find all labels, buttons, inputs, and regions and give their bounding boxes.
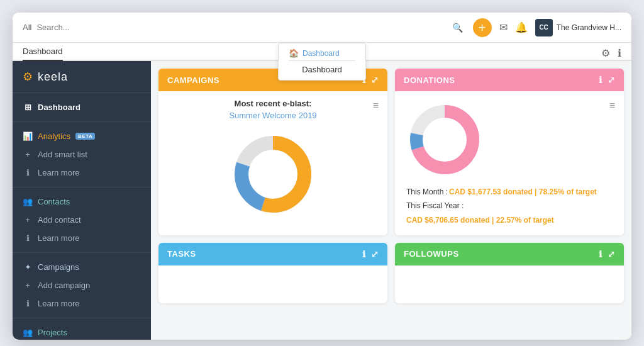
campaigns-link[interactable]: Summer Welcome 2019 bbox=[229, 111, 316, 120]
app-window: All 🔍 🏠 Dashboard Dashboard + ✉ 🔔 CC The… bbox=[13, 13, 631, 340]
user-avatar: CC bbox=[535, 19, 553, 36]
tasks-card-body bbox=[158, 265, 387, 303]
followups-expand-icon[interactable]: ⤢ bbox=[608, 249, 616, 259]
sidebar-section-campaigns: ✦ Campaigns + Add campaign ℹ Learn more bbox=[13, 253, 151, 318]
sidebar-logo: ⚙ keela bbox=[13, 61, 151, 93]
followups-card: FOLLOWUPS ℹ ⤢ bbox=[395, 243, 624, 303]
donations-title: DONATIONS bbox=[404, 75, 455, 85]
dropdown-dashboard-item[interactable]: 🏠 Dashboard bbox=[289, 48, 355, 58]
info-icon[interactable]: ℹ bbox=[618, 47, 621, 59]
sidebar-item-add-smart-list[interactable]: + Add smart list bbox=[13, 145, 151, 164]
sub-header-actions: ⚙ ℹ bbox=[601, 47, 621, 59]
dropdown-tab-label: Dashboard bbox=[302, 65, 342, 74]
sidebar-section-projects: 👥 Projects + Add project bbox=[13, 318, 151, 340]
main-layout: ⚙ keela ⊞ Dashboard 📊 Analytics BETA + bbox=[13, 61, 631, 340]
learn-more-analytics-label: Learn more bbox=[38, 168, 79, 177]
add-contact-label: Add contact bbox=[38, 215, 81, 225]
analytics-icon: 📊 bbox=[23, 131, 33, 141]
this-fiscal-label: This Fiscal Year : bbox=[406, 199, 464, 213]
sidebar-item-projects[interactable]: 👥 Projects bbox=[13, 323, 151, 340]
donations-expand-icon[interactable]: ⤢ bbox=[608, 75, 616, 85]
svg-point-7 bbox=[426, 121, 464, 159]
sidebar-item-learn-more-campaigns[interactable]: ℹ Learn more bbox=[13, 294, 151, 313]
sidebar-item-learn-more-analytics[interactable]: ℹ Learn more bbox=[13, 164, 151, 182]
search-dropdown: 🏠 Dashboard Dashboard bbox=[278, 43, 366, 81]
sidebar-section-dashboard: ⊞ Dashboard bbox=[13, 93, 151, 122]
header-actions: + ✉ 🔔 CC The Grandview H... bbox=[473, 18, 621, 37]
sidebar-item-add-campaign[interactable]: + Add campaign bbox=[13, 276, 151, 294]
sidebar-item-analytics[interactable]: 📊 Analytics BETA bbox=[13, 127, 151, 145]
learn-more-analytics-icon: ℹ bbox=[23, 168, 33, 177]
projects-label: Projects bbox=[38, 328, 67, 337]
learn-more-contacts-icon: ℹ bbox=[23, 233, 33, 243]
donations-header-icons: ℹ ⤢ bbox=[599, 75, 615, 85]
settings-icon[interactable]: ⚙ bbox=[601, 47, 610, 59]
donations-fiscal-row: This Fiscal Year : CAD $6,706.65 donated… bbox=[406, 199, 613, 228]
donations-card: DONATIONS ℹ ⤢ ≡ bbox=[395, 69, 624, 235]
sidebar-item-contacts[interactable]: 👥 Contacts bbox=[13, 193, 151, 211]
projects-icon: 👥 bbox=[23, 328, 33, 337]
tasks-expand-icon[interactable]: ⤢ bbox=[371, 249, 379, 259]
search-icon: 🔍 bbox=[452, 23, 463, 33]
add-campaign-icon: + bbox=[23, 281, 33, 290]
beta-badge: BETA bbox=[75, 133, 95, 140]
user-menu[interactable]: CC The Grandview H... bbox=[535, 19, 621, 36]
followups-card-header: FOLLOWUPS ℹ ⤢ bbox=[395, 243, 624, 265]
logo-text: keela bbox=[38, 70, 68, 84]
add-smart-list-icon: + bbox=[23, 150, 33, 159]
donations-card-body: ≡ This Mo bbox=[395, 91, 624, 235]
campaigns-expand-icon[interactable]: ⤢ bbox=[371, 75, 379, 85]
sidebar-item-learn-more-contacts[interactable]: ℹ Learn more bbox=[13, 229, 151, 247]
header: All 🔍 🏠 Dashboard Dashboard + ✉ 🔔 CC The… bbox=[13, 13, 631, 43]
this-month-label: This Month : bbox=[406, 186, 448, 199]
tasks-card-header: TASKS ℹ ⤢ bbox=[158, 243, 387, 265]
campaigns-title: CAMPAIGNS bbox=[167, 75, 219, 85]
search-input[interactable] bbox=[36, 23, 447, 32]
add-contact-icon: + bbox=[23, 215, 33, 225]
sidebar: ⚙ keela ⊞ Dashboard 📊 Analytics BETA + bbox=[13, 61, 151, 340]
bell-icon[interactable]: 🔔 bbox=[515, 21, 528, 33]
campaigns-subtitle: Most recent e-blast: bbox=[235, 99, 312, 108]
donations-donut-container bbox=[404, 99, 486, 181]
sidebar-item-dashboard[interactable]: ⊞ Dashboard bbox=[13, 98, 151, 116]
dashboard-dropdown-icon: 🏠 bbox=[289, 48, 299, 58]
add-campaign-label: Add campaign bbox=[38, 281, 90, 290]
search-all-label: All bbox=[23, 23, 31, 32]
followups-header-icons: ℹ ⤢ bbox=[599, 249, 615, 259]
contacts-icon: 👥 bbox=[23, 197, 33, 206]
add-button[interactable]: + bbox=[473, 18, 492, 37]
campaigns-label: Campaigns bbox=[38, 262, 79, 272]
this-fiscal-value: CAD $6,706.65 donated | 22.57% of target bbox=[406, 214, 554, 228]
sidebar-item-add-contact[interactable]: + Add contact bbox=[13, 211, 151, 229]
donations-donut-chart bbox=[404, 99, 486, 181]
tasks-title: TASKS bbox=[167, 249, 196, 259]
learn-more-campaigns-icon: ℹ bbox=[23, 299, 33, 308]
add-smart-list-label: Add smart list bbox=[38, 150, 87, 159]
campaigns-menu-icon[interactable]: ≡ bbox=[373, 100, 379, 111]
analytics-label: Analytics bbox=[38, 131, 70, 141]
logo-icon: ⚙ bbox=[23, 70, 33, 84]
dropdown-dashboard-label: Dashboard bbox=[303, 49, 340, 58]
contacts-label: Contacts bbox=[38, 197, 70, 206]
content-area: CAMPAIGNS ℹ ⤢ Most recent e-blast: Summe… bbox=[151, 61, 631, 340]
sidebar-item-campaigns[interactable]: ✦ Campaigns bbox=[13, 258, 151, 276]
search-bar: All 🔍 bbox=[23, 23, 463, 33]
donations-info-icon[interactable]: ℹ bbox=[599, 75, 602, 85]
campaigns-donut-chart bbox=[229, 130, 317, 218]
learn-more-contacts-label: Learn more bbox=[38, 233, 79, 243]
this-month-value: CAD $1,677.53 donated | 78.25% of target bbox=[449, 186, 597, 199]
tasks-card: TASKS ℹ ⤢ bbox=[158, 243, 387, 303]
donations-menu-icon[interactable]: ≡ bbox=[609, 100, 615, 111]
donations-card-header: DONATIONS ℹ ⤢ bbox=[395, 69, 624, 91]
followups-info-icon[interactable]: ℹ bbox=[599, 249, 602, 259]
dashboard-icon: ⊞ bbox=[23, 103, 33, 112]
tab-dashboard[interactable]: Dashboard bbox=[23, 47, 63, 61]
campaigns-card-body: Most recent e-blast: Summer Welcome 2019… bbox=[158, 91, 387, 230]
user-name: The Grandview H... bbox=[557, 23, 621, 32]
tasks-header-icons: ℹ ⤢ bbox=[362, 249, 379, 259]
tasks-info-icon[interactable]: ℹ bbox=[362, 249, 366, 259]
donations-this-month-row: This Month : CAD $1,677.53 donated | 78.… bbox=[406, 186, 613, 199]
mail-icon[interactable]: ✉ bbox=[499, 21, 508, 33]
campaigns-donut-container bbox=[229, 126, 317, 222]
dashboard-label: Dashboard bbox=[38, 103, 80, 112]
